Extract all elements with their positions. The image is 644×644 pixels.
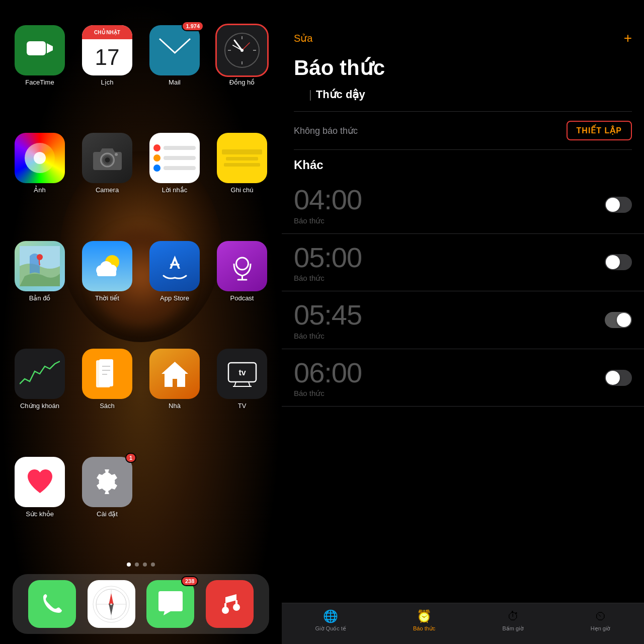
app-loinhac[interactable]: Lời nhắc (145, 133, 204, 228)
alarm-time-block-0: 04:00 Báo thức (294, 184, 605, 225)
app-label-loinhac: Lời nhắc (162, 186, 188, 194)
app-bando[interactable]: Bản đồ (10, 241, 69, 337)
svg-rect-0 (27, 41, 46, 55)
alarm-toggle-1[interactable] (605, 254, 632, 270)
tab-world-clock[interactable]: 🌐 Giờ Quốc tế (315, 609, 346, 632)
app-label-tv: TV (238, 402, 247, 410)
alarm-title: Báo thức (282, 51, 644, 88)
alarm-time-3: 06:00 (294, 357, 605, 388)
page-dots (10, 552, 272, 574)
alarm-screen: Sửa + Báo thức 🛏 | Thức dậy Không báo th… (282, 0, 644, 644)
tab-stopwatch[interactable]: ⏱ Bấm giờ (502, 609, 523, 632)
app-label-anh: Ảnh (34, 186, 45, 194)
tab-timer[interactable]: ⏲ Hẹn giờ (591, 609, 611, 632)
app-label-chungkhoan: Chứng khoán (20, 402, 59, 410)
alarm-tab-icon: ⏰ (417, 609, 432, 623)
svg-marker-1 (47, 43, 53, 53)
settings-badge: 1 (125, 453, 136, 463)
stopwatch-icon: ⏱ (507, 609, 519, 623)
app-label-podcast: Podcast (230, 294, 254, 302)
app-nha[interactable]: Nhà (145, 349, 204, 444)
home-screen: FaceTime CHỦ NHẬT 17 Lịch (0, 0, 282, 644)
sleep-section: 🛏 | Thức dậy (282, 88, 644, 111)
svg-point-15 (105, 157, 110, 163)
toggle-knob-3 (606, 371, 620, 385)
toggle-knob-2 (617, 313, 631, 327)
facetime-icon (25, 35, 55, 65)
alarm-time-2: 05:45 (294, 299, 605, 331)
app-label-facetime: FaceTime (25, 78, 54, 86)
app-grid: FaceTime CHỦ NHẬT 17 Lịch (10, 10, 272, 552)
toggle-knob-0 (606, 198, 620, 212)
svg-point-16 (115, 153, 118, 156)
edit-button[interactable]: Sửa (294, 32, 312, 44)
alarm-tab-label: Báo thức (413, 625, 435, 632)
stocks-icon (20, 359, 60, 389)
safari-icon (91, 584, 131, 624)
app-lich[interactable]: CHỦ NHẬT 17 Lịch (77, 25, 137, 121)
app-thoitiet[interactable]: Thời tiết (77, 241, 137, 337)
alarm-toggle-0[interactable] (605, 197, 632, 213)
app-podcast[interactable]: Podcast (212, 241, 272, 337)
svg-line-37 (249, 382, 250, 386)
dock-music[interactable] (206, 580, 254, 628)
app-tv[interactable]: tv TV (212, 349, 272, 444)
app-camera[interactable]: Camera (77, 133, 137, 228)
alarm-label-0: Báo thức (294, 216, 605, 225)
world-clock-label: Giờ Quốc tế (315, 625, 346, 632)
alarm-item-3[interactable]: 06:00 Báo thức (282, 349, 644, 407)
svg-point-25 (236, 258, 248, 270)
app-ghichu[interactable]: Ghi chú (212, 133, 272, 228)
alarm-item-1[interactable]: 05:00 Báo thức (282, 234, 644, 292)
home-screen-content: FaceTime CHỦ NHẬT 17 Lịch (0, 0, 282, 644)
messages-icon (155, 589, 186, 619)
app-sach[interactable]: Sách (77, 349, 137, 444)
app-suckhoe[interactable]: Sức khỏe (10, 457, 69, 552)
alarm-label-1: Báo thức (294, 274, 605, 283)
setup-button[interactable]: THIẾT LẬP (567, 121, 632, 140)
alarm-toggle-3[interactable] (605, 370, 632, 386)
page-dot-3 (143, 562, 147, 567)
page-dot-1 (127, 562, 131, 567)
app-donghho[interactable]: Đồng hồ (212, 25, 272, 121)
weather-icon (91, 251, 124, 281)
sleep-icon: 🛏 (294, 88, 305, 101)
alarm-time-0: 04:00 (294, 184, 605, 215)
stopwatch-label: Bấm giờ (502, 625, 523, 632)
svg-rect-23 (97, 270, 116, 276)
app-anh[interactable]: Ảnh (10, 133, 69, 228)
app-label-bando: Bản đồ (29, 294, 51, 302)
alarm-label-2: Báo thức (294, 332, 605, 341)
home-icon (158, 358, 191, 390)
dock-messages[interactable]: 238 (146, 580, 194, 628)
app-label-donghho: Đồng hồ (229, 78, 255, 86)
app-label-caidat: Cài đặt (97, 510, 118, 518)
dock-safari[interactable] (88, 580, 135, 628)
svg-marker-33 (162, 362, 188, 387)
alarm-toggle-2[interactable] (605, 312, 632, 328)
dock: 238 (13, 574, 269, 634)
phone-icon (38, 590, 66, 618)
svg-text:tv: tv (238, 368, 246, 377)
wake-label: Thức dậy (316, 88, 365, 101)
world-clock-icon: 🌐 (323, 609, 338, 623)
app-appstore[interactable]: App Store (145, 241, 204, 337)
tab-alarm[interactable]: ⏰ Báo thức (413, 609, 435, 632)
dock-phone[interactable] (28, 580, 76, 628)
alarm-item-2[interactable]: 05:45 Báo thức (282, 291, 644, 349)
other-section-title: Khác (282, 150, 644, 176)
app-chungkhoan[interactable]: Chứng khoán (10, 349, 69, 444)
svg-rect-29 (99, 359, 113, 386)
app-mail[interactable]: 1.974 Mail (145, 25, 204, 121)
app-caidat[interactable]: 1 Cài đặt (77, 457, 137, 552)
timer-label: Hẹn giờ (591, 625, 611, 632)
app-label-nha: Nhà (169, 402, 181, 410)
podcast-icon (226, 250, 259, 282)
app-facetime[interactable]: FaceTime (10, 25, 69, 121)
app-label-appstore: App Store (160, 294, 189, 302)
app-label-thoitiet: Thời tiết (95, 294, 119, 302)
alarm-list: 04:00 Báo thức 05:00 Báo thức 05:45 Báo … (282, 176, 644, 603)
alarm-item-0[interactable]: 04:00 Báo thức (282, 176, 644, 234)
add-alarm-button[interactable]: + (624, 30, 632, 46)
messages-badge: 238 (181, 576, 198, 586)
